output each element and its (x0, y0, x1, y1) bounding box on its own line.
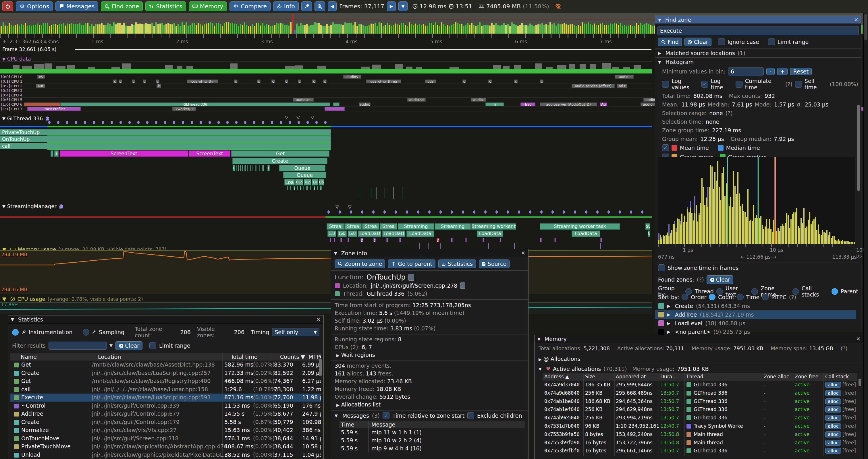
stats-table-header[interactable]: NameLocationTotal timeCounts ▼MTPC (10, 353, 321, 361)
cpu-context-switch-segment[interactable]: os (37, 75, 45, 79)
zone-bar[interactable] (247, 165, 248, 171)
callstack-alloc-button[interactable]: alloc (825, 382, 841, 388)
fz-clear-button[interactable]: Clear (684, 38, 711, 46)
column-header[interactable]: Zone free (795, 374, 818, 380)
find-zone-search-input[interactable]: Execute (657, 26, 859, 35)
close-icon[interactable]: ✕ (854, 17, 858, 23)
zone-bar[interactable] (386, 238, 388, 242)
zone-bar[interactable] (290, 186, 291, 190)
sort-by-radio-mtpc[interactable] (762, 294, 769, 300)
cpu-context-switch-segment[interactable]: cds (425, 79, 436, 83)
find-zone-scrollbar[interactable] (857, 105, 860, 191)
zone-bar[interactable]: Streaming worker tas (471, 223, 516, 230)
found-zone-group-row[interactable]: ▶ Create (54,131) 643.34 ms (655, 302, 856, 310)
sample-dot[interactable] (244, 121, 246, 124)
zone-bar[interactable]: E (232, 165, 235, 171)
zone-bar[interactable]: | (300, 186, 301, 190)
message-marker-icon[interactable]: ▽ (336, 204, 339, 209)
zone-bar[interactable] (51, 151, 54, 157)
sample-dot[interactable] (289, 121, 291, 124)
sample-dot[interactable] (199, 121, 202, 124)
zone-bar[interactable]: Up (319, 179, 324, 186)
cpu-context-switch-segment[interactable]: audios (343, 75, 361, 79)
sample-dot[interactable] (507, 210, 509, 214)
min-values-input[interactable]: 6 (728, 67, 764, 75)
cpu-core-row[interactable]: [0:1] CPU 1ccccccds_ol_rx_thrccccccccds_… (0, 79, 652, 84)
statistics-button[interactable]: Statistics (145, 1, 186, 11)
sample-dot[interactable] (540, 210, 542, 214)
memory-scrollbar[interactable] (859, 379, 861, 386)
cpu-context-switch-segment[interactable]: c (323, 79, 327, 83)
zone-bar[interactable]: Strea (362, 223, 379, 230)
cpu-data-header[interactable]: ▼CPU data (2, 56, 31, 62)
table-row[interactable]: Createjni/../jni/src/claw/base/LuaScript… (10, 369, 321, 377)
table-row[interactable]: AddTreejni/../jni/src/guif/Control.cpp:6… (10, 410, 321, 418)
zone-bar[interactable]: PrivateTouchUp (0, 129, 331, 135)
zone-bar[interactable] (237, 165, 237, 171)
zone-bar[interactable] (244, 165, 246, 171)
sample-dot[interactable] (406, 210, 408, 214)
exclude-children-checkbox[interactable] (467, 412, 474, 419)
options-button[interactable]: ⚙Options (16, 1, 53, 11)
zone-bar[interactable] (451, 238, 453, 242)
sample-dot[interactable] (271, 121, 273, 124)
next-frame-button[interactable]: ▶ (387, 1, 396, 11)
zone-bar[interactable]: LoadData (406, 230, 434, 237)
column-header[interactable]: Size (585, 374, 595, 380)
sample-dot[interactable] (298, 121, 300, 124)
cpu-context-switch-segment[interactable]: Au (600, 102, 607, 106)
filter-icon[interactable]: ▼ (110, 343, 113, 348)
expand-icon[interactable]: ▶ (667, 330, 671, 334)
sample-dot[interactable] (48, 121, 51, 124)
sample-dot[interactable] (552, 210, 554, 214)
sample-dot[interactable] (84, 121, 86, 124)
table-row[interactable]: Get/mnt/e/claw/src/claw/base/Registry.hp… (10, 377, 321, 385)
sample-dot[interactable] (451, 210, 453, 214)
cpu-context-switch-segment[interactable]: c (143, 79, 146, 83)
prev-frame-button[interactable]: ◀ (328, 1, 337, 11)
cpu-context-switch-segment[interactable]: audio.se (407, 98, 426, 102)
table-row[interactable]: Get/mnt/e/claw/src/claw/base/AssetDict.h… (10, 361, 321, 369)
info-button[interactable]: Info (273, 1, 299, 11)
zone-bar[interactable]: ULo (295, 179, 303, 186)
memory-table-header[interactable]: Address ▲SizeAppeared atDura...ThreadZon… (542, 373, 857, 381)
sample-dot[interactable] (155, 121, 157, 124)
cpu-context-switch-segment[interactable]: c (285, 79, 288, 83)
sample-dot[interactable] (395, 210, 397, 214)
stats-scrollbar[interactable] (319, 359, 322, 376)
zone-bar[interactable]: Strea (344, 223, 362, 230)
sample-dot[interactable] (315, 121, 318, 124)
sample-dot[interactable] (182, 121, 184, 124)
column-header[interactable]: Location (98, 354, 121, 360)
message-row[interactable]: 5.59 smip 11 w 1 h 1 (1) (339, 428, 525, 436)
callstack-alloc-button[interactable]: alloc (825, 398, 841, 404)
allocations-list-expander[interactable]: ▶Allocations list (335, 401, 525, 409)
message-marker-icon[interactable]: ▽ (297, 115, 300, 120)
cpu-core-row[interactable]: [0:5] CPU 5audioseraudio.seaudio.audio (0, 98, 652, 102)
zone-bar[interactable] (255, 165, 256, 171)
table-row[interactable]: calljni/../jni/../../../src/claw/base/Lu… (10, 386, 321, 394)
cpu-context-switch-segment[interactable]: c (540, 79, 544, 83)
cpu-context-switch-segment[interactable]: audioser (293, 98, 314, 102)
close-icon[interactable]: ✕ (856, 336, 861, 342)
sample-dot[interactable] (324, 121, 327, 124)
zoom-to-zone-button[interactable]: Zoom to zone (335, 260, 385, 268)
memory-allocation-row[interactable]: 0x7531d7b04096 KB1:10 234,952,16112:40.7… (542, 422, 857, 430)
zone-bar[interactable] (334, 238, 335, 242)
zone-bar[interactable]: Queue (283, 172, 326, 178)
cpu-context-switch-segment[interactable]: audioserver (AudioOut_D) (540, 102, 597, 106)
cpu-context-switch-segment[interactable]: c (132, 79, 135, 83)
sample-dot[interactable] (608, 210, 610, 214)
sample-dot[interactable] (226, 121, 229, 124)
sample-dot[interactable] (262, 121, 264, 124)
zone-bar[interactable]: Streaming (398, 223, 434, 230)
sample-dot[interactable] (235, 121, 238, 124)
memory-allocation-row[interactable]: 0x7553b9fbf016 bytes296,661,146ns13:50.7… (542, 447, 857, 455)
zone-bar[interactable]: St (645, 223, 650, 230)
zone-bar[interactable]: Lo (312, 179, 318, 186)
frame-header-label[interactable]: Frame 32,661 (6.05 s) (2, 46, 57, 52)
zone-bar[interactable]: ( (268, 165, 270, 171)
streaming-section-header[interactable]: ▼StreamingManager (2, 203, 63, 209)
sample-dot[interactable] (372, 210, 375, 214)
cpu-usage-graph[interactable]: 17.86% (0, 302, 652, 314)
